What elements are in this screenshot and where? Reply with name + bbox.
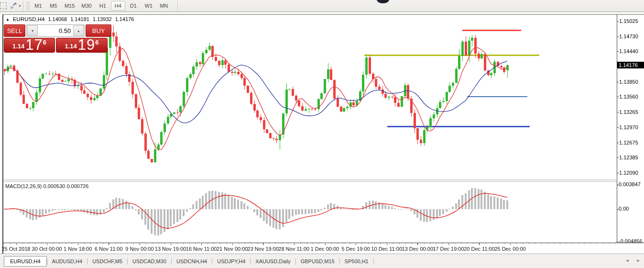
time-tick-label: 13 Nov 19:00 [155, 246, 186, 252]
chart-shift-icon[interactable] [10, 2, 17, 10]
tab-scroll-left-button[interactable]: ◄ [625, 258, 629, 263]
sell-price-prefix: 1.14 [12, 43, 24, 50]
chart-header: ▲EURUSD,H41.140681.141811.139321.14176 [6, 16, 134, 22]
volume-increase-button[interactable]: ▲ [73, 25, 84, 36]
buy-price-prefix: 1.14 [65, 43, 76, 50]
timeframe-button-m15[interactable]: M15 [62, 1, 77, 11]
price-tick-label: 1.14440 [619, 48, 638, 54]
price-tick-label: 1.13560 [619, 94, 638, 100]
buy-price-display[interactable]: 1.14 19 6 [56, 38, 108, 53]
macd-indicator-label: MACD(12,26,9) 0.000530 0.000726 [5, 183, 88, 189]
buy-price-sup: 6 [95, 39, 98, 46]
timeframe-button-w1[interactable]: W1 [142, 1, 156, 11]
ohlc-low: 1.13932 [93, 16, 112, 22]
tab-bar: EURUSD,H4AUDUSD,H4USDCHF,M5USDCAD,M30USD… [0, 255, 644, 268]
sell-price-sup: 6 [43, 39, 46, 46]
ohlc-open: 1.14068 [48, 16, 67, 22]
time-tick-label: 13 Dec 00:00 [402, 246, 433, 252]
trade-panel: SELL ▼ 0.50 ▲ BUY 1.14 17 6 1.14 19 6 [4, 24, 111, 53]
macd-tick-label: 0.003847 [619, 181, 641, 187]
time-tick-label: 16 Nov 11:00 [186, 246, 217, 252]
shift-arrows-icon [10, 2, 17, 9]
time-tick-label: 21 Nov 00:00 [217, 246, 248, 252]
price-tick-label: 1.15025 [619, 18, 638, 24]
toolbar-separator-right [177, 1, 178, 11]
ohlc-close: 1.14176 [115, 16, 134, 22]
macd-tick-label: -0.004856 [619, 238, 643, 244]
macd-name: MACD(12,26,9) [5, 183, 42, 189]
time-tick-label: 1 Dec 00:00 [311, 246, 339, 252]
macd-tick-label: 0.00 [619, 206, 629, 212]
price-tick-label: 1.12675 [619, 140, 638, 145]
volume-value[interactable]: 0.50 [38, 25, 73, 36]
tab-xauusd-daily[interactable]: XAUUSD,Daily [251, 257, 295, 266]
symbol-label: EURUSD,H4 [13, 16, 44, 22]
tab-sp500-h1[interactable]: SP500,H1 [340, 257, 373, 266]
tab-audusd-h4[interactable]: AUDUSD,H4 [47, 257, 87, 266]
selection-tool-icon[interactable] [1, 2, 9, 10]
time-tick-label: 1 Nov 18:00 [64, 246, 92, 252]
volume-stepper: ▼ 0.50 ▲ [26, 24, 85, 37]
time-tick-label: 20 Dec 11:00 [464, 246, 495, 252]
time-tick-label: 25 Dec 00:00 [494, 246, 525, 252]
timeframe-buttons: M1M5M15M30H1H4D1W1MN [31, 0, 172, 11]
toolbar-separator [23, 1, 24, 11]
tab-divider [373, 258, 374, 265]
timeframe-button-d1[interactable]: D1 [126, 1, 141, 11]
toolbar: ▼ M1M5M15M30H1H4D1W1MN [0, 0, 644, 12]
ohlc-high: 1.14181 [70, 16, 89, 22]
price-tick-label: 1.13850 [619, 79, 638, 85]
timeframe-button-m1[interactable]: M1 [31, 1, 45, 11]
dropdown-caret-icon[interactable]: ▼ [18, 4, 22, 8]
volume-down-icon: ▼ [31, 29, 34, 33]
current-price-tag: 1.14176 [617, 62, 644, 68]
tab-gbpusd-m15[interactable]: GBPUSD,M15 [296, 257, 339, 266]
tab-usdcad-m30[interactable]: USDCAD,M30 [128, 257, 171, 266]
tab-scroll-right-button[interactable]: ► [636, 258, 640, 263]
toolbar-lower-strip [0, 12, 644, 14]
sell-button[interactable]: SELL [4, 24, 25, 37]
price-tick-label: 1.12385 [619, 155, 638, 160]
macd-values: 0.000530 0.000726 [43, 183, 88, 189]
tab-usdcnh-h4[interactable]: USDCNH,H4 [172, 257, 212, 266]
price-tick-label: 1.12090 [619, 170, 638, 176]
time-tick-label: 30 Oct 00:00 [32, 246, 62, 252]
volume-decrease-button[interactable]: ▼ [27, 25, 38, 36]
timeframe-button-m30[interactable]: M30 [78, 1, 94, 11]
tab-usdjpy-h4[interactable]: USDJPY,H4 [212, 257, 250, 266]
buy-price-big: 19 [78, 39, 95, 51]
buy-button[interactable]: BUY [86, 24, 111, 37]
symbol-arrow-icon: ▲ [6, 17, 10, 22]
time-tick-label: 9 Nov 00:00 [125, 246, 153, 252]
tab-usdchf-m5[interactable]: USDCHF,M5 [87, 257, 127, 266]
price-tick-label: 1.12970 [619, 124, 638, 130]
time-tick-label: 5 Dec 19:00 [341, 246, 370, 252]
timeframe-button-h4[interactable]: H4 [111, 1, 125, 11]
time-tick-label: 28 Nov 11:00 [279, 246, 310, 252]
volume-up-icon: ▲ [77, 29, 80, 33]
time-tick-label: 17 Dec 19:00 [433, 246, 464, 252]
timeframe-button-mn[interactable]: MN [157, 1, 171, 11]
timeframe-button-m5[interactable]: M5 [46, 1, 61, 11]
sell-price-big: 17 [25, 39, 43, 51]
price-tick-label: 1.13265 [619, 109, 638, 115]
tab-eurusd-h4[interactable]: EURUSD,H4 [4, 256, 47, 267]
sell-price-display[interactable]: 1.14 17 6 [4, 38, 55, 53]
time-tick-label: 23 Nov 19:00 [248, 246, 279, 252]
time-tick-label: 10 Dec 11:00 [371, 246, 402, 252]
time-tick-label: 25 Oct 2018 [2, 246, 31, 252]
toolbar-drag-handle[interactable] [27, 1, 29, 10]
time-tick-label: 6 Nov 11:00 [95, 246, 123, 252]
timeframe-button-h1[interactable]: H1 [96, 1, 110, 11]
price-tick-label: 1.14730 [619, 34, 638, 39]
